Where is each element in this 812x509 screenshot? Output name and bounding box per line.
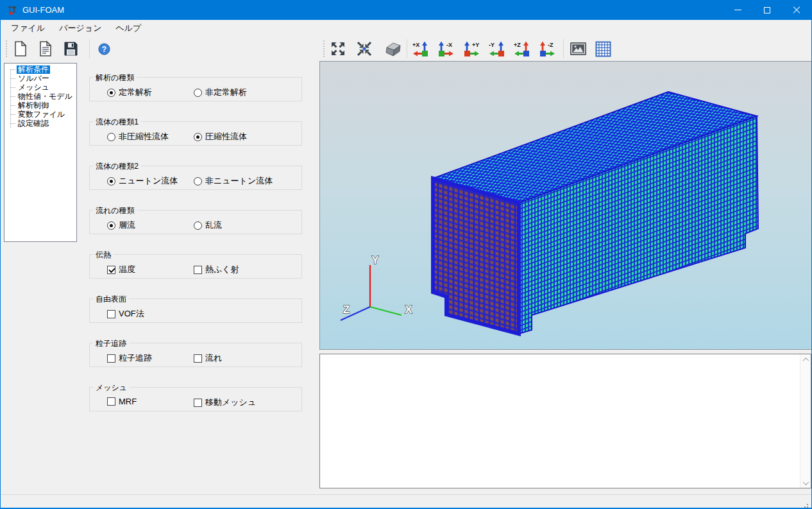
- log-output[interactable]: [320, 354, 800, 488]
- resize-grip-icon[interactable]: [807, 504, 808, 505]
- checkbox-temperature[interactable]: 温度: [107, 264, 135, 275]
- radio-icon[interactable]: [107, 89, 115, 97]
- plus-y-right-arrow-icon: [470, 51, 479, 56]
- group-particle-tracking: 粒子追跡 粒子追跡 流れ: [89, 343, 302, 367]
- checkbox-particle-flow[interactable]: 流れ: [194, 352, 222, 364]
- maximize-button[interactable]: [752, 0, 782, 20]
- settings-tree-panel: 解析条件 ソルバー メッシュ 物性値・モデル 解析制御 変数ファイル 設定確認: [4, 63, 77, 242]
- document-button[interactable]: [36, 39, 55, 58]
- zoom-center-icon: [356, 40, 373, 57]
- view-minus-y-button[interactable]: -Y: [487, 39, 507, 58]
- tree-item-material-model[interactable]: 物性値・モデル: [6, 92, 76, 101]
- solid-object-icon: [383, 40, 402, 57]
- radio-non-newtonian-fluid[interactable]: 非ニュートン流体: [194, 175, 273, 187]
- zoom-extents-button[interactable]: [328, 39, 348, 58]
- solid-object-button[interactable]: [382, 39, 403, 58]
- statusbar: [1, 494, 812, 508]
- help-button[interactable]: ?: [95, 39, 113, 58]
- group-fluid-type-1: 流体の種類1 非圧縮性流体 圧縮性流体: [89, 121, 302, 146]
- option-label: 定常解析: [119, 87, 152, 98]
- svg-text:?: ?: [101, 44, 106, 53]
- option-label: 非ニュートン流体: [205, 175, 273, 187]
- zoom-center-button[interactable]: [355, 39, 374, 58]
- titlebar[interactable]: GUI-FOAM: [1, 0, 811, 20]
- scroll-up-icon[interactable]: [800, 354, 811, 365]
- tree-item-mesh[interactable]: メッシュ: [6, 83, 76, 92]
- mesh-grid-button[interactable]: [593, 39, 613, 58]
- scroll-down-icon[interactable]: [800, 478, 811, 488]
- svg-text:-Z: -Z: [548, 42, 554, 48]
- menu-help[interactable]: ヘルプ: [108, 20, 148, 37]
- group-title: メッシュ: [93, 383, 130, 393]
- radio-steady-analysis[interactable]: 定常解析: [107, 87, 152, 98]
- log-scrollbar[interactable]: [800, 354, 811, 488]
- svg-text:+Z: +Z: [514, 42, 521, 48]
- group-title: 自由表面: [93, 294, 129, 305]
- tree-item-analysis-conditions[interactable]: 解析条件: [6, 65, 76, 74]
- radio-icon[interactable]: [194, 133, 202, 141]
- axis-z-label: Z: [343, 304, 350, 316]
- new-file-button[interactable]: [11, 39, 30, 58]
- close-icon: [793, 6, 800, 14]
- menu-version[interactable]: バージョン: [52, 20, 108, 37]
- checkbox-icon[interactable]: [107, 397, 115, 406]
- radio-laminar-flow[interactable]: 層流: [107, 220, 135, 231]
- checkbox-thermal-radiation[interactable]: 熱ふく射: [194, 264, 239, 275]
- tree-item-settings-check[interactable]: 設定確認: [6, 119, 76, 128]
- maximize-icon: [764, 7, 770, 13]
- option-label: 移動メッシュ: [205, 397, 256, 408]
- view-minus-x-button[interactable]: -X: [436, 39, 456, 58]
- view-toolbar-grip[interactable]: [323, 40, 325, 57]
- checkbox-mrf[interactable]: MRF: [107, 397, 137, 406]
- radio-icon[interactable]: [194, 177, 202, 185]
- radio-compressible-fluid[interactable]: 圧縮性流体: [194, 131, 247, 142]
- tree-item-variable-files[interactable]: 変数ファイル: [6, 110, 76, 119]
- save-button[interactable]: [61, 39, 80, 58]
- group-flow-type: 流れの種類 層流 乱流: [89, 210, 302, 234]
- radio-icon[interactable]: [194, 89, 202, 97]
- view-plus-x-button[interactable]: +X: [410, 39, 431, 58]
- checkbox-vof-method[interactable]: VOF法: [107, 308, 144, 320]
- close-button[interactable]: [782, 0, 811, 20]
- group-title: 伝熱: [93, 250, 114, 261]
- view-toolbar-separator-1: [407, 39, 407, 58]
- radio-icon[interactable]: [107, 133, 115, 141]
- svg-text:+Y: +Y: [472, 42, 479, 48]
- menu-file[interactable]: ファイル: [4, 20, 52, 37]
- view-plus-z-button[interactable]: +Z: [512, 39, 532, 58]
- axis-x-line: [370, 307, 402, 315]
- checkbox-icon[interactable]: [194, 354, 202, 363]
- checkbox-icon[interactable]: [194, 399, 202, 407]
- radio-icon[interactable]: [107, 177, 115, 185]
- checkbox-icon[interactable]: [194, 266, 202, 274]
- checkbox-moving-mesh[interactable]: 移動メッシュ: [194, 397, 256, 408]
- screenshot-button[interactable]: [568, 39, 588, 58]
- minus-x-up-arrow-icon: [439, 42, 444, 51]
- view-minus-z-button[interactable]: -Z: [537, 39, 557, 58]
- toolbar-row: ?: [1, 37, 812, 61]
- tree-item-solver[interactable]: ソルバー: [6, 74, 76, 83]
- group-title: 流れの種類: [93, 205, 137, 216]
- checkbox-icon[interactable]: [107, 310, 115, 318]
- radio-icon[interactable]: [194, 221, 202, 230]
- axis-triad: Y X Z: [341, 254, 412, 320]
- radio-turbulent-flow[interactable]: 乱流: [194, 220, 222, 231]
- checkbox-icon[interactable]: [107, 354, 115, 363]
- option-label: 熱ふく射: [205, 264, 239, 275]
- minimize-button[interactable]: [723, 0, 752, 20]
- group-title: 解析の種類: [93, 73, 137, 83]
- tree-item-analysis-control[interactable]: 解析制御: [6, 101, 76, 110]
- toolbar-grip[interactable]: [6, 40, 8, 57]
- window-title: GUI-FOAM: [22, 5, 64, 15]
- checkbox-particle-tracking[interactable]: 粒子追跡: [107, 352, 152, 364]
- viewport-3d[interactable]: Y X Z: [319, 61, 812, 350]
- radio-icon[interactable]: [107, 221, 115, 230]
- radio-newtonian-fluid[interactable]: ニュートン流体: [107, 175, 178, 187]
- menubar: ファイル バージョン ヘルプ: [1, 20, 812, 37]
- plus-y-square-icon: [464, 51, 470, 56]
- radio-unsteady-analysis[interactable]: 非定常解析: [194, 87, 247, 98]
- checkbox-icon[interactable]: [107, 266, 115, 274]
- view-plus-y-button[interactable]: +Y: [461, 39, 482, 58]
- mesh-grid-icon: [595, 40, 612, 58]
- radio-incompressible-fluid[interactable]: 非圧縮性流体: [107, 131, 169, 142]
